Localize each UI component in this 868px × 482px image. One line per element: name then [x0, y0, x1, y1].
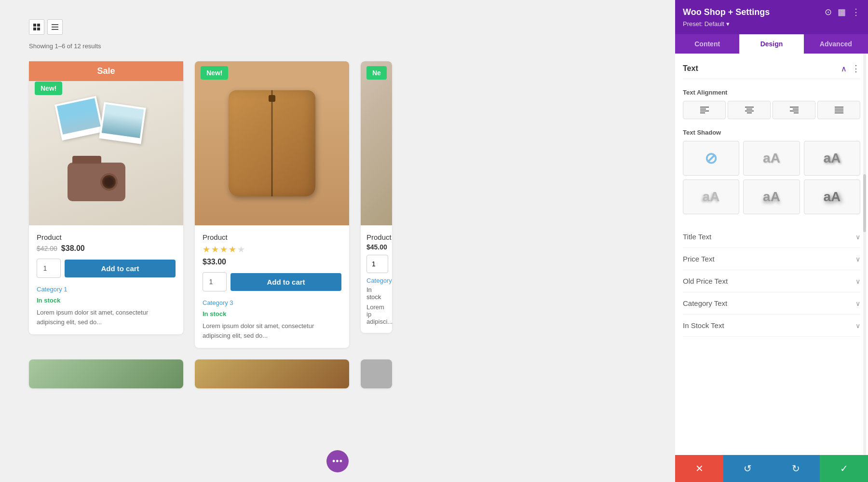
new-badge-1: New! — [35, 82, 62, 95]
accordion-old-price-chevron: ∨ — [855, 277, 860, 285]
grid-view-button[interactable] — [29, 19, 44, 35]
panel-title: Woo Shop + Settings — [683, 7, 770, 17]
svg-rect-2 — [33, 28, 36, 30]
shadow-none-button[interactable]: ⊘ — [683, 141, 739, 176]
shadow-light-icon: aA — [763, 151, 780, 166]
list-view-button[interactable] — [47, 19, 63, 35]
undo-button[interactable]: ↺ — [723, 455, 772, 482]
product-title-1: Product — [37, 233, 176, 241]
add-to-cart-button-2[interactable]: Add to cart — [231, 273, 341, 291]
camera-top — [72, 156, 101, 164]
accordion-price-text[interactable]: Price Text ∨ — [683, 248, 860, 270]
svg-rect-11 — [745, 107, 754, 108]
section-title: Text — [683, 64, 698, 73]
qty-input-1[interactable] — [37, 259, 61, 278]
panel-header-icons: ⊙ ▦ ⋮ — [825, 7, 860, 17]
accordion-old-price-label: Old Price Text — [683, 277, 728, 285]
product-image-2 — [195, 61, 349, 225]
product-info-3: Product $45.00 Category In stock Lorem i… — [361, 225, 392, 333]
qty-input-3[interactable] — [366, 255, 388, 273]
preset-chevron: ▾ — [726, 20, 730, 28]
section-dots-icon[interactable]: ⋮ — [852, 63, 860, 74]
in-stock-1: In stock — [37, 297, 176, 304]
current-price-1: $38.00 — [61, 244, 85, 253]
bottom-card-3 — [361, 359, 392, 388]
shadow-deep-button[interactable]: aA — [804, 179, 860, 214]
shadow-options: ⊘ aA aA aA aA aA — [683, 141, 860, 214]
section-chevron-icon[interactable]: ∧ — [841, 64, 847, 73]
pagination-dots-button[interactable]: ••• — [326, 450, 349, 472]
svg-rect-22 — [835, 112, 843, 113]
qty-input-2[interactable] — [203, 272, 227, 291]
results-count: Showing 1–6 of 12 results — [29, 42, 646, 50]
right-panel: Woo Shop + Settings ⊙ ▦ ⋮ Preset: Defaul… — [675, 0, 868, 482]
accordion-instock-chevron: ∨ — [855, 322, 860, 330]
star-5: ★ — [237, 244, 245, 255]
category-link-2[interactable]: Category 3 — [203, 299, 341, 306]
svg-rect-16 — [793, 109, 799, 110]
text-shadow-label: Text Shadow — [683, 129, 860, 136]
action-bar: ✕ ↺ ↻ ✓ — [675, 455, 868, 482]
current-price-2: $33.00 — [203, 258, 226, 266]
old-price-1: $42.00 — [37, 245, 57, 252]
accordion-old-price-text[interactable]: Old Price Text ∨ — [683, 270, 860, 292]
svg-rect-14 — [747, 112, 752, 113]
undo-icon: ↺ — [744, 463, 752, 474]
camera — [68, 163, 125, 201]
star-1: ★ — [203, 244, 210, 255]
add-to-cart-button-1[interactable]: Add to cart — [65, 260, 176, 277]
cancel-button[interactable]: ✕ — [675, 455, 723, 482]
align-justify-button[interactable] — [817, 101, 860, 119]
shadow-none-icon: ⊘ — [705, 149, 718, 167]
tab-content[interactable]: Content — [675, 34, 739, 54]
product-info-2: Product ★ ★ ★ ★ ★ $33.00 Add to cart Cat… — [195, 225, 349, 348]
panel-preset[interactable]: Preset: Default ▾ — [683, 20, 860, 28]
svg-rect-12 — [746, 109, 752, 110]
camera-lens — [100, 173, 118, 191]
panel-header-top: Woo Shop + Settings ⊙ ▦ ⋮ — [683, 7, 860, 17]
align-left-button[interactable] — [683, 101, 726, 119]
shadow-light-button[interactable]: aA — [743, 141, 800, 176]
price-row-2: $33.00 — [203, 258, 341, 266]
sale-banner: Sale — [29, 61, 183, 81]
svg-rect-19 — [835, 107, 843, 108]
align-center-button[interactable] — [728, 101, 771, 119]
cart-row-2: Add to cart — [203, 272, 341, 291]
grid-icon[interactable]: ▦ — [838, 7, 846, 17]
product-title-2: Product — [203, 233, 341, 241]
shadow-medium-button[interactable]: aA — [804, 141, 860, 176]
accordion-title-chevron: ∨ — [855, 233, 860, 241]
stars-2: ★ ★ ★ ★ ★ — [203, 244, 341, 255]
new-badge-3: Ne — [366, 66, 387, 80]
product-desc-3: Lorem ip adipisci... — [366, 303, 386, 325]
bottom-card-1 — [29, 359, 183, 388]
alignment-options — [683, 101, 860, 119]
star-2: ★ — [211, 244, 219, 255]
accordion-title-text[interactable]: Title Text ∨ — [683, 226, 860, 248]
save-button[interactable]: ✓ — [820, 455, 868, 482]
align-right-button[interactable] — [773, 101, 815, 119]
category-link-3[interactable]: Category — [366, 277, 386, 284]
bottom-row — [29, 359, 646, 388]
scrollbar-thumb[interactable] — [863, 174, 866, 232]
accordion-instock-text[interactable]: In Stock Text ∨ — [683, 315, 860, 337]
svg-rect-8 — [700, 109, 706, 110]
product-desc-1: Lorem ipsum dolor sit amet, consectetur … — [37, 308, 176, 327]
panel-body: Text ∧ ⋮ Text Alignment — [675, 54, 868, 455]
shadow-soft-button[interactable]: aA — [683, 179, 739, 214]
redo-button[interactable]: ↻ — [772, 455, 820, 482]
category-link-1[interactable]: Category 1 — [37, 286, 176, 293]
tab-advanced[interactable]: Advanced — [804, 34, 868, 54]
redo-icon: ↻ — [792, 463, 800, 474]
svg-rect-15 — [790, 107, 799, 108]
svg-rect-3 — [37, 28, 40, 30]
target-icon[interactable]: ⊙ — [825, 7, 832, 17]
tab-design[interactable]: Design — [739, 34, 803, 54]
current-price-3: $45.00 — [366, 243, 386, 251]
product-card-1: Sale New! — [29, 61, 183, 334]
shadow-bottom-button[interactable]: aA — [743, 179, 800, 214]
more-icon[interactable]: ⋮ — [852, 7, 860, 17]
bag-zipper — [271, 90, 273, 196]
product-image-wrap-3: Ne — [361, 61, 392, 225]
accordion-category-text[interactable]: Category Text ∨ — [683, 292, 860, 315]
